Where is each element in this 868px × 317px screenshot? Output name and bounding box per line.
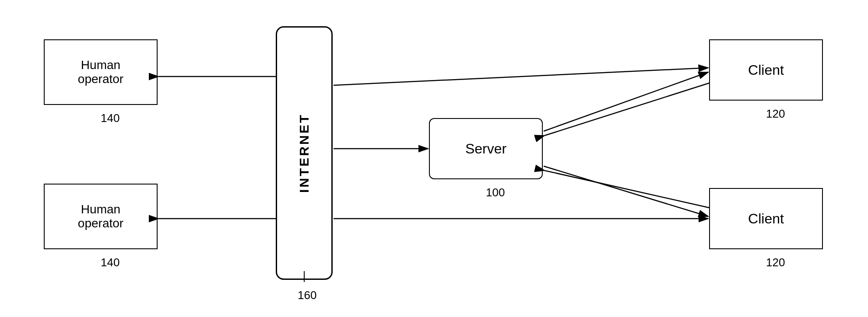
arrows-svg bbox=[0, 0, 868, 317]
arrow-client-bottom-to-server bbox=[545, 171, 709, 208]
arrow-server-to-client-bottom bbox=[544, 166, 708, 216]
arrow-internet-to-client-top bbox=[334, 68, 708, 85]
diagram-container: Humanoperator 140 Humanoperator 140 INTE… bbox=[0, 0, 868, 317]
arrow-client-top-to-server bbox=[545, 83, 709, 136]
arrow-server-to-client-top bbox=[544, 72, 708, 131]
